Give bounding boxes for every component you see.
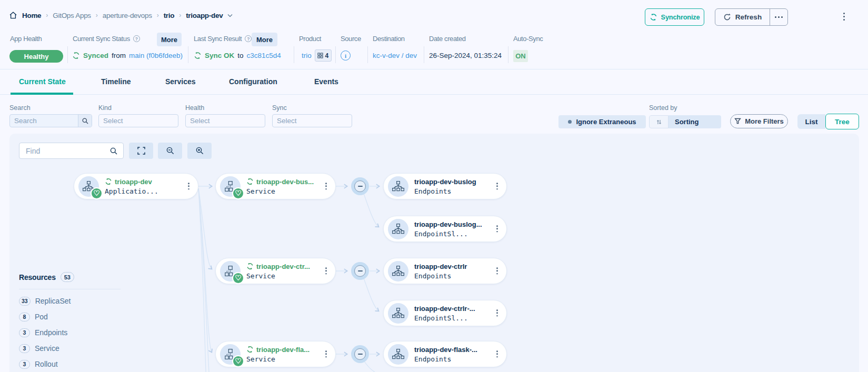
tree-node-trioapp-dev-flask-[interactable]: trioapp-dev-flask-... Endpoints	[383, 341, 507, 367]
tree-node-trioapp-dev-ctr[interactable]: ♡ trioapp-dev-ctr... Service	[215, 258, 336, 284]
resource-filter-replicaset[interactable]: 33ReplicaSet	[19, 293, 71, 309]
help-icon[interactable]: ?	[245, 35, 252, 42]
tab-configuration[interactable]: Configuration	[229, 77, 277, 86]
toggle-dot-icon	[568, 120, 572, 124]
current-sync-status-text: Current Sync Status	[73, 35, 130, 43]
kind-select[interactable]: Select	[98, 114, 178, 127]
collapse-node-button[interactable]	[351, 177, 369, 195]
resources-title: Resources	[19, 273, 56, 281]
ignore-extraneous-toggle[interactable]: Ignore Extraneous	[558, 115, 646, 128]
destination-label: Destination	[373, 35, 405, 43]
last-sync-more-button[interactable]: More	[252, 33, 277, 46]
node-name: trioapp-dev-bus...	[256, 178, 314, 186]
tree-node-trioapp-dev[interactable]: ♡ trioapp-dev Applicatio...	[74, 173, 198, 199]
healthy-heart-badge: ♡	[91, 187, 103, 199]
node-kebab-menu[interactable]	[496, 225, 498, 232]
tree-node-trioapp-dev-buslog[interactable]: trioapp-dev-buslog... EndpointSl...	[383, 216, 507, 242]
node-kind: Service	[246, 187, 314, 195]
sync-select[interactable]: Select	[272, 114, 352, 127]
tree-node-trioapp-dev-buslog[interactable]: trioapp-dev-buslog Endpoints	[383, 173, 507, 199]
tree-node-trioapp-dev-ctrlr[interactable]: trioapp-dev-ctrlr Endpoints	[383, 258, 507, 284]
breadcrumb-app[interactable]: trioapp-dev	[186, 12, 223, 19]
resource-filter-rollout[interactable]: 3Rollout	[19, 356, 71, 372]
zoom-in-button[interactable]	[187, 143, 212, 159]
search-icon-button[interactable]	[78, 115, 92, 127]
resource-filter-endpoints[interactable]: 3Endpoints	[19, 325, 71, 340]
collapse-node-button[interactable]	[351, 262, 369, 280]
search-input[interactable]	[10, 117, 78, 125]
chevron-down-icon[interactable]	[227, 14, 233, 17]
current-sync-status-label: Current Sync Status ?	[73, 35, 140, 43]
resource-kind-label: Rollout	[35, 360, 58, 368]
node-name: trioapp-dev-ctr...	[256, 263, 310, 270]
info-icon[interactable]: i	[341, 51, 351, 61]
node-kebab-menu[interactable]	[325, 267, 327, 274]
find-input[interactable]	[19, 147, 110, 155]
breadcrumb-home[interactable]: Home	[22, 12, 41, 19]
synchronize-button[interactable]: Synchronize	[645, 8, 704, 26]
tree-node-trioapp-dev-bus[interactable]: ♡ trioapp-dev-bus... Service	[215, 173, 336, 199]
resource-kind-label: Service	[35, 344, 59, 353]
product-link[interactable]: trio	[302, 52, 312, 59]
tree-node-trioapp-dev-ctrlr-[interactable]: trioapp-dev-ctrlr-... EndpointSl...	[383, 300, 507, 326]
refresh-button-group: Refresh	[715, 8, 788, 26]
resource-icon	[388, 303, 408, 324]
from-word: from	[112, 52, 126, 59]
view-toggle-tree[interactable]: Tree	[825, 114, 859, 129]
node-text: trioapp-dev-ctr... Service	[246, 263, 310, 280]
resource-filter-pod[interactable]: 8Pod	[19, 309, 71, 325]
source-value: i	[341, 49, 351, 62]
current-sync-more-button[interactable]: More	[157, 33, 182, 46]
health-select[interactable]: Select	[185, 114, 265, 127]
resource-count-badge: 3	[19, 344, 30, 353]
node-name: trioapp-dev-flask-...	[414, 346, 477, 354]
synced-icon	[105, 178, 112, 185]
tab-services[interactable]: Services	[165, 77, 196, 86]
last-sync-value: Sync OK to c3c81c5d4	[194, 49, 281, 62]
column-divider	[367, 46, 368, 63]
more-filters-button[interactable]: More Filters	[730, 114, 788, 128]
tab-events[interactable]: Events	[314, 77, 338, 86]
last-sync-revision-link[interactable]: c3c81c5d4	[247, 52, 281, 59]
node-kebab-menu[interactable]	[496, 309, 498, 316]
node-kebab-menu[interactable]	[325, 350, 327, 357]
tab-timeline[interactable]: Timeline	[101, 77, 131, 86]
resource-filter-service[interactable]: 3Service	[19, 340, 71, 356]
breadcrumb-separator: ›	[179, 12, 181, 19]
kind-filter-label: Kind	[98, 104, 112, 112]
current-sync-revision-link[interactable]: main (f0b6fdeeb)	[129, 52, 183, 59]
zoom-out-button[interactable]	[158, 143, 182, 159]
breadcrumb-gitops-apps[interactable]: GitOps Apps	[53, 12, 91, 19]
node-kebab-menu[interactable]	[188, 183, 189, 189]
refresh-icon	[723, 13, 731, 21]
resource-icon: ♡	[220, 261, 241, 281]
collapse-node-button[interactable]	[351, 345, 369, 363]
view-toggle-list[interactable]: List	[797, 114, 825, 129]
breadcrumb-group[interactable]: trio	[164, 12, 175, 19]
sorting-control[interactable]: Sorting	[649, 115, 721, 128]
node-text: trioapp-dev-buslog Endpoints	[414, 178, 476, 195]
refresh-button[interactable]: Refresh	[715, 9, 770, 25]
node-name: trioapp-dev-fla...	[256, 346, 310, 354]
refresh-more-button[interactable]	[770, 9, 787, 25]
sort-direction-button[interactable]	[649, 115, 669, 128]
search-input-wrap	[9, 114, 92, 127]
fullscreen-button[interactable]	[129, 143, 153, 159]
app-health-badge: Healthy	[9, 50, 63, 63]
header-kebab-menu[interactable]	[843, 13, 845, 21]
breadcrumb-project[interactable]: aperture-devops	[103, 12, 152, 19]
tab-current-state[interactable]: Current State	[19, 77, 66, 86]
tree-node-trioapp-dev-fla[interactable]: ♡ trioapp-dev-fla... Service	[215, 341, 336, 367]
help-icon[interactable]: ?	[133, 35, 140, 42]
node-text: trioapp-dev-ctrlr-... EndpointSl...	[414, 305, 475, 322]
column-divider	[188, 46, 188, 63]
node-kebab-menu[interactable]	[496, 267, 498, 274]
node-kebab-menu[interactable]	[496, 350, 498, 357]
node-kind: Endpoints	[414, 187, 476, 195]
breadcrumb-separator: ›	[157, 12, 159, 19]
product-count-badge[interactable]: 4	[315, 49, 332, 62]
node-kebab-menu[interactable]	[496, 183, 498, 189]
node-kebab-menu[interactable]	[325, 183, 327, 189]
sorting-select[interactable]: Sorting	[669, 115, 721, 128]
destination-link[interactable]: kc-v-dev / dev	[373, 52, 417, 59]
